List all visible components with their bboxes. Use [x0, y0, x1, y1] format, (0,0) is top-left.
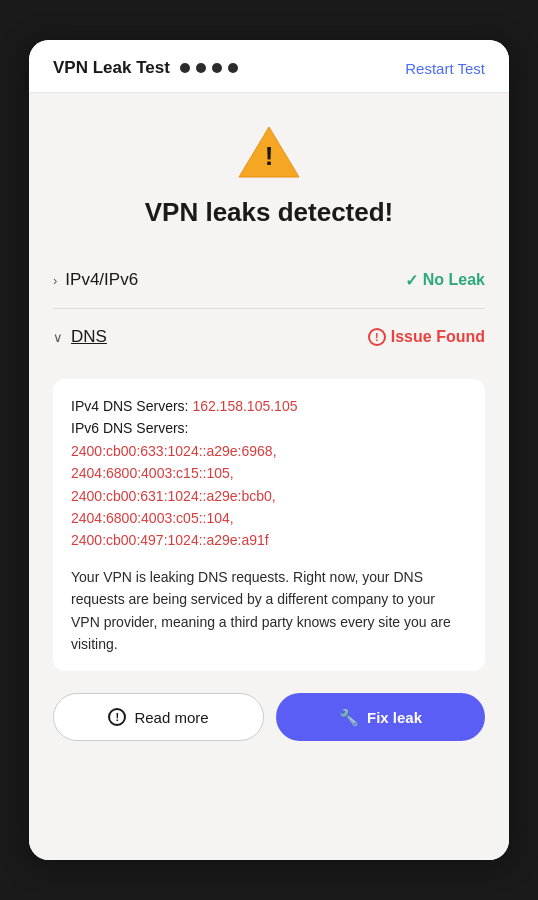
info-circle-icon: ! — [108, 708, 126, 726]
ipv6-addr-5: 2400:cb00:497:1024::a29e:a91f — [71, 529, 467, 551]
svg-text:!: ! — [265, 141, 274, 171]
issue-circle-icon: ! — [368, 328, 386, 346]
noleak-check-icon: ✓ — [405, 271, 418, 290]
warning-triangle-icon: ! — [237, 123, 301, 179]
dns-status-row: ∨ DNS ! Issue Found — [53, 309, 485, 365]
ipv6-addr-1: 2400:cb00:633:1024::a29e:6968, — [71, 440, 467, 462]
main-title: VPN leaks detected! — [145, 197, 394, 228]
fix-leak-label: Fix leak — [367, 709, 422, 726]
dns-label: DNS — [71, 327, 107, 347]
progress-dots — [180, 63, 238, 73]
dot-2 — [196, 63, 206, 73]
app-card: VPN Leak Test Restart Test ! VPN leaks — [29, 40, 509, 860]
dns-chevron-icon: ∨ — [53, 330, 63, 345]
footer-buttons: ! Read more 🔧 Fix leak — [53, 693, 485, 741]
dot-4 — [228, 63, 238, 73]
ipv4-label: IPv4/IPv6 — [65, 270, 138, 290]
fix-leak-button[interactable]: 🔧 Fix leak — [276, 693, 485, 741]
dns-status-badge: ! Issue Found — [368, 328, 485, 346]
phone-container: VPN Leak Test Restart Test ! VPN leaks — [0, 0, 538, 900]
ipv6-addr-3: 2400:cb00:631:1024::a29e:bcb0, — [71, 485, 467, 507]
ipv4-dns-line: IPv4 DNS Servers: 162.158.105.105 — [71, 395, 467, 417]
ipv4-dns-addr: 162.158.105.105 — [192, 398, 297, 414]
issue-text: Issue Found — [391, 328, 485, 346]
read-more-label: Read more — [134, 709, 208, 726]
app-title: VPN Leak Test — [53, 58, 170, 78]
ipv4-dns-label: IPv4 DNS Servers: — [71, 398, 188, 414]
ipv6-addr-2: 2404:6800:4003:c15::105, — [71, 462, 467, 484]
dns-detail-card: IPv4 DNS Servers: 162.158.105.105 IPv6 D… — [53, 379, 485, 671]
ipv4-status-row: › IPv4/IPv6 ✓ No Leak — [53, 252, 485, 309]
dot-3 — [212, 63, 222, 73]
noleak-text: No Leak — [423, 271, 485, 289]
header: VPN Leak Test Restart Test — [29, 40, 509, 93]
ipv6-dns-section: IPv6 DNS Servers: 2400:cb00:633:1024::a2… — [71, 417, 467, 551]
header-left: VPN Leak Test — [53, 58, 238, 78]
ipv4-label-group: › IPv4/IPv6 — [53, 270, 138, 290]
read-more-button[interactable]: ! Read more — [53, 693, 264, 741]
ipv6-addr-4: 2404:6800:4003:c05::104, — [71, 507, 467, 529]
main-content: ! VPN leaks detected! › IPv4/IPv6 ✓ No L… — [29, 93, 509, 860]
dns-label-group: ∨ DNS — [53, 327, 107, 347]
dns-description: Your VPN is leaking DNS requests. Right … — [71, 566, 467, 656]
ipv6-dns-addrs: 2400:cb00:633:1024::a29e:6968, 2404:6800… — [71, 440, 467, 552]
wrench-icon: 🔧 — [339, 708, 359, 727]
warning-section: ! VPN leaks detected! — [53, 123, 485, 228]
dot-1 — [180, 63, 190, 73]
ipv4-status-badge: ✓ No Leak — [405, 271, 485, 290]
ipv4-chevron-icon: › — [53, 273, 57, 288]
ipv6-dns-label: IPv6 DNS Servers: — [71, 420, 188, 436]
restart-button[interactable]: Restart Test — [405, 60, 485, 77]
